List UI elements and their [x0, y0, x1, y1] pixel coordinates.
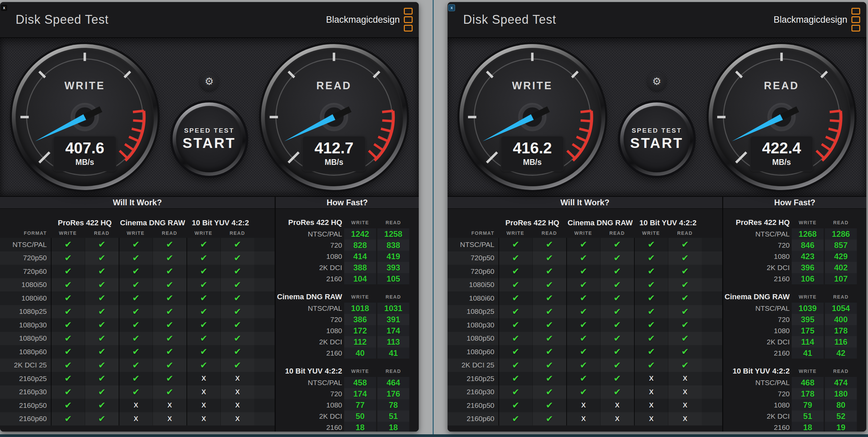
support-cell: ✔ [153, 291, 186, 305]
read-col-header: READ [825, 294, 857, 300]
format-label: 1080p25 [448, 307, 498, 316]
read-speed-cell: 402 [825, 262, 857, 273]
table-row: 2160p30✔✔✔✔XX [0, 385, 275, 399]
check-icon: ✔ [580, 253, 587, 263]
start-speed-test-button[interactable]: SPEED TEST START [620, 102, 693, 176]
format-label: 2160 [276, 349, 342, 357]
check-icon: ✔ [166, 266, 174, 277]
support-cell: ✔ [498, 372, 532, 385]
support-cell: ✔ [119, 278, 153, 292]
format-label: 2K DCI [723, 264, 790, 272]
format-label: 2160p30 [0, 388, 51, 396]
gear-icon: ⚙ [652, 76, 662, 87]
check-icon: ✔ [648, 253, 655, 263]
table-row: 720p60✔✔✔✔✔✔ [0, 265, 275, 278]
codec-group-headers: ProRes 422 HQ Cinema DNG RAW 10 Bit YUV … [51, 217, 275, 228]
read-speed-cell: 857 [825, 240, 857, 251]
read-speed-cell: 180 [825, 388, 857, 399]
support-cell: ✔ [532, 265, 566, 278]
support-cell: ✔ [186, 359, 220, 372]
start-speed-test-button[interactable]: SPEED TEST START [173, 102, 246, 176]
support-cell: ✔ [119, 251, 153, 265]
write-speed-cell: 846 [792, 240, 824, 251]
support-cell: ✔ [600, 345, 634, 359]
support-cell: X [186, 412, 220, 426]
format-label: 1080p50 [0, 334, 51, 342]
check-icon: ✔ [200, 360, 208, 370]
check-icon: ✔ [98, 333, 106, 344]
check-icon: ✔ [200, 293, 208, 303]
cross-icon: X [201, 375, 206, 382]
support-cell: X [220, 372, 254, 385]
support-cell: ✔ [153, 278, 186, 292]
cross-icon: X [134, 415, 138, 423]
support-cell: ✔ [498, 332, 532, 345]
support-cell: ✔ [85, 385, 119, 399]
support-cell: ✔ [668, 291, 702, 305]
format-label: 720p60 [0, 267, 51, 276]
check-icon: ✔ [98, 306, 106, 317]
support-cell: ✔ [119, 345, 153, 359]
support-cell: X [119, 399, 153, 412]
support-cell: ✔ [532, 332, 566, 345]
how-fast-title: How Fast? [723, 196, 866, 209]
close-button[interactable]: x [449, 5, 455, 11]
support-cell: X [220, 412, 254, 426]
read-col-header: READ [85, 230, 119, 236]
check-icon: ✔ [98, 387, 106, 397]
support-cell: ✔ [532, 278, 566, 292]
support-cell: ✔ [85, 305, 119, 319]
check-icon: ✔ [546, 266, 553, 277]
check-icon: ✔ [166, 280, 174, 290]
check-icon: ✔ [64, 280, 72, 290]
close-button[interactable]: x [1, 5, 7, 11]
support-cell: X [634, 372, 668, 385]
check-icon: ✔ [98, 266, 106, 277]
read-speed-cell: 19 [825, 422, 857, 432]
support-cell: ✔ [51, 291, 85, 305]
codec-group-name: Cinema DNG RAW [723, 292, 790, 301]
how-fast-group: Cinema DNG RAWWRITEREADNTSC/PAL103910547… [723, 291, 866, 359]
cross-icon: X [615, 401, 619, 409]
support-cell: ✔ [119, 372, 153, 385]
support-cell: ✔ [220, 278, 254, 292]
how-fast-group: Cinema DNG RAWWRITEREADNTSC/PAL101810317… [276, 291, 419, 359]
support-cell: ✔ [153, 332, 186, 345]
support-cell: ✔ [566, 291, 600, 305]
read-col-header: READ [377, 294, 409, 300]
support-cell: ✔ [566, 265, 600, 278]
support-cell: X [186, 399, 220, 412]
write-gauge-dial: WRITE 416.2 MB/s [463, 48, 601, 186]
support-cell: ✔ [51, 238, 85, 251]
format-label: 1080 [276, 327, 342, 335]
support-cell: ✔ [186, 265, 220, 278]
write-speed-unit: MB/s [501, 158, 564, 167]
how-fast-group: ProRes 422 HQWRITEREADNTSC/PAL1268128672… [723, 217, 866, 284]
check-icon: ✔ [64, 266, 72, 277]
table-row: 1080p60✔✔✔✔✔✔ [448, 345, 722, 359]
results-area: Will It Work? ProRes 422 HQ Cinema DNG R… [448, 196, 866, 432]
check-icon: ✔ [512, 373, 519, 384]
brand-logo-text: Blackmagicdesign [773, 15, 847, 25]
format-label: NTSC/PAL [448, 241, 498, 249]
read-speed-cell: 107 [825, 273, 857, 284]
settings-gear-button[interactable]: ⚙ [648, 72, 666, 91]
cross-icon: X [683, 401, 687, 409]
table-row: 720p50✔✔✔✔✔✔ [448, 251, 722, 265]
support-cell: ✔ [220, 359, 254, 372]
write-speed-cell: 468 [792, 377, 824, 388]
column-subheaders: FORMAT WRITE READ WRITE READ WRITE READ [0, 228, 275, 238]
table-row: 720p50✔✔✔✔✔✔ [0, 251, 275, 265]
will-it-work-rows: NTSC/PAL✔✔✔✔✔✔720p50✔✔✔✔✔✔720p60✔✔✔✔✔✔10… [448, 238, 722, 425]
table-row: 1080i50✔✔✔✔✔✔ [448, 278, 722, 292]
write-speed-cell: 1242 [344, 228, 376, 240]
check-icon: ✔ [200, 333, 208, 344]
settings-gear-button[interactable]: ⚙ [200, 72, 218, 91]
read-speed-cell: 1054 [825, 303, 857, 314]
check-icon: ✔ [64, 346, 72, 357]
check-icon: ✔ [64, 306, 72, 317]
format-label: 1080 [276, 401, 342, 409]
support-cell: ✔ [566, 238, 600, 251]
write-speed-readout: 416.2 MB/s [501, 136, 564, 171]
cross-icon: X [683, 388, 687, 396]
